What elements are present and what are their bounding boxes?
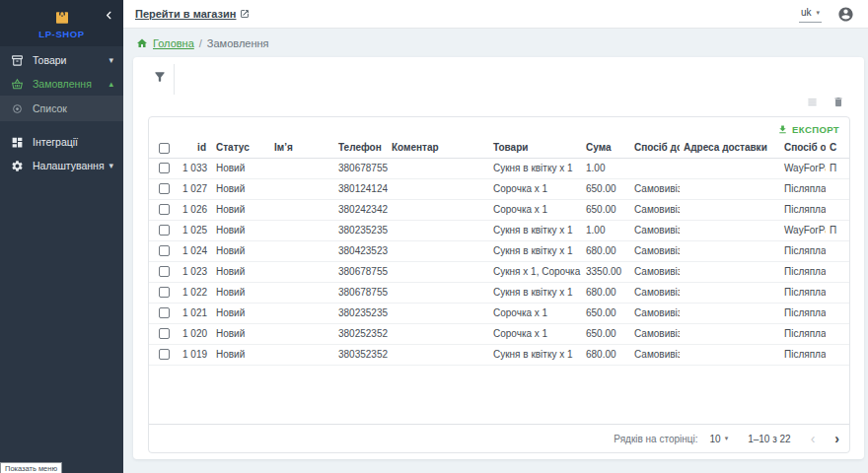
go-to-store-link[interactable]: Перейти в магазин xyxy=(135,8,250,20)
sidebar: LP-SHOP Товари ▾ Замовлення ▴ Список xyxy=(0,0,123,473)
row-select-cell xyxy=(149,220,179,240)
chevron-down-icon: ▾ xyxy=(108,55,113,65)
column-header: Сума xyxy=(582,138,630,158)
column-header: Адреса доставки xyxy=(680,138,780,158)
cell-id: 1 024 xyxy=(179,240,212,261)
shopping-bag-icon xyxy=(53,8,71,28)
row-checkbox[interactable] xyxy=(159,183,170,194)
open-in-new-icon xyxy=(240,9,250,19)
cell-pay_status: П xyxy=(826,158,849,178)
sidebar-logo: LP-SHOP xyxy=(0,0,123,46)
cell-delivery: Самовивіз xyxy=(630,199,680,220)
radio-dot-icon xyxy=(10,101,24,115)
sidebar-item-settings[interactable]: Налаштування ▾ xyxy=(0,154,123,177)
delete-button[interactable] xyxy=(832,96,844,108)
column-header: Ім’я xyxy=(270,138,334,158)
row-checkbox[interactable] xyxy=(159,287,170,298)
cell-status: Новий xyxy=(212,323,270,344)
table-row[interactable]: 1 025Новий380235235235Сукня в квітку x 1… xyxy=(149,220,849,240)
account-button[interactable] xyxy=(837,6,854,23)
filter-button[interactable] xyxy=(153,70,169,86)
cell-sum: 680.00 xyxy=(582,240,630,261)
row-checkbox[interactable] xyxy=(159,204,170,215)
table-row[interactable]: 1 019Новий380352352353Сукня в квітку x 1… xyxy=(149,344,849,365)
cell-payment: Післяплата xyxy=(780,261,826,282)
cell-id: 1 023 xyxy=(179,261,212,282)
cell-status: Новий xyxy=(212,199,270,220)
cell-name xyxy=(270,178,334,199)
cell-phone: 380252352352 xyxy=(334,323,388,344)
select-all-checkbox[interactable] xyxy=(159,143,170,154)
trash-icon xyxy=(832,96,844,108)
table-row[interactable]: 1 021Новий380235235235Сорочка x 1650.00С… xyxy=(149,303,849,323)
cell-name xyxy=(270,199,334,220)
language-select[interactable]: uk ▾ xyxy=(799,5,822,23)
table-row[interactable]: 1 033Новий380678755765Сукня в квітку x 1… xyxy=(149,158,849,178)
rows-per-page-select[interactable]: 10 ▾ xyxy=(710,434,729,444)
table-row[interactable]: 1 023Новий380678755722Сукня x 1, Сорочка… xyxy=(149,261,849,282)
view-columns-button[interactable] xyxy=(806,97,819,107)
row-checkbox[interactable] xyxy=(159,349,170,360)
cell-payment: Післяплата xyxy=(780,303,826,323)
table-row[interactable]: 1 024Новий380423523523Сукня в квітку x 1… xyxy=(149,240,849,261)
collapse-sidebar-button[interactable] xyxy=(102,8,115,22)
cell-status: Новий xyxy=(212,344,270,365)
sidebar-item-label: Замовлення xyxy=(33,78,92,90)
cell-name xyxy=(270,303,334,323)
cell-id: 1 027 xyxy=(179,178,212,199)
row-select-cell xyxy=(149,261,179,282)
sidebar-item-orders-list[interactable]: Список xyxy=(0,96,123,121)
cell-pay_status xyxy=(826,282,849,303)
cell-id: 1 022 xyxy=(179,282,212,303)
row-checkbox[interactable] xyxy=(159,328,170,339)
cell-comment xyxy=(388,240,489,261)
cell-comment xyxy=(388,199,489,220)
cell-delivery: Самовивіз xyxy=(630,178,680,199)
export-button[interactable]: ЕКСПОРТ xyxy=(149,120,849,138)
menu-tooltip: Показать меню xyxy=(0,462,62,473)
account-circle-icon xyxy=(837,6,854,23)
cell-sum: 650.00 xyxy=(582,178,630,199)
table-row[interactable]: 1 020Новий380252352352Сорочка x 1650.00С… xyxy=(149,323,849,344)
cell-delivery: Самовивіз xyxy=(630,240,680,261)
dashboard-grid-icon xyxy=(10,135,24,149)
chevron-up-icon: ▴ xyxy=(108,79,113,89)
table-row[interactable]: 1 022Новий380678755765Сукня в квітку x 1… xyxy=(149,282,849,303)
orders-panel: ЕКСПОРТ idСтатусІм’яТелефонКоментарТовар… xyxy=(133,57,864,459)
row-select-cell xyxy=(149,344,179,365)
table-row[interactable]: 1 027Новий380124124124Сорочка x 1650.00С… xyxy=(149,178,849,199)
cell-comment xyxy=(388,178,489,199)
orders-table: idСтатусІм’яТелефонКоментарТовариСумаСпо… xyxy=(149,138,849,366)
cell-address xyxy=(680,323,780,344)
cell-phone: 380242342342 xyxy=(334,199,388,220)
column-header: Товари xyxy=(489,138,582,158)
row-select-cell xyxy=(149,282,179,303)
cell-id: 1 019 xyxy=(179,344,212,365)
cell-address xyxy=(680,178,780,199)
sidebar-item-products[interactable]: Товари ▾ xyxy=(0,48,123,72)
cell-comment xyxy=(388,344,489,365)
cell-address xyxy=(680,303,780,323)
breadcrumb-separator: / xyxy=(199,37,202,49)
breadcrumb-home-link[interactable]: Головна xyxy=(153,37,194,49)
row-checkbox[interactable] xyxy=(159,245,170,256)
sidebar-item-integrations[interactable]: Інтеграції xyxy=(0,130,123,154)
row-checkbox[interactable] xyxy=(159,307,170,318)
select-all-header[interactable] xyxy=(149,138,179,158)
cell-pay_status xyxy=(826,199,849,220)
row-checkbox[interactable] xyxy=(159,225,170,236)
previous-page-button[interactable]: ‹ xyxy=(811,432,816,445)
table-tools xyxy=(806,96,844,108)
table-row[interactable]: 1 026Новий380242342342Сорочка x 1650.00С… xyxy=(149,199,849,220)
breadcrumb: Головна / Замовлення xyxy=(136,37,868,49)
next-page-button[interactable]: › xyxy=(834,432,839,445)
cell-delivery: Самовивіз xyxy=(630,344,680,365)
row-checkbox[interactable] xyxy=(159,163,170,173)
cell-address xyxy=(680,344,780,365)
cell-address xyxy=(680,240,780,261)
sidebar-item-orders[interactable]: Замовлення ▴ xyxy=(0,72,123,96)
store-link-label: Перейти в магазин xyxy=(135,8,236,20)
row-checkbox[interactable] xyxy=(159,266,170,277)
content-area: Головна / Замовлення ЕКСПОРТ xyxy=(123,29,868,473)
cell-phone: 380124124124 xyxy=(334,178,388,199)
